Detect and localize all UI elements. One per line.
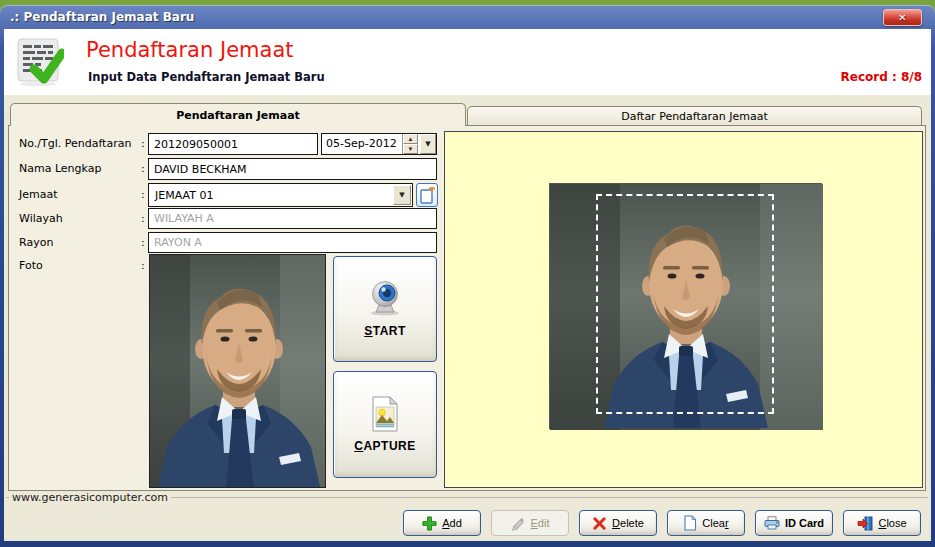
- colon: :: [141, 162, 145, 175]
- close-label: Close: [878, 517, 906, 529]
- clear-button[interactable]: Clear: [667, 510, 745, 536]
- start-label: START: [364, 324, 406, 338]
- registration-number-label: No./Tgl. Pendaftaran: [19, 137, 131, 150]
- delete-label: Delete: [612, 517, 644, 529]
- image-file-icon: [370, 396, 400, 432]
- edit-label: Edit: [531, 517, 550, 529]
- clear-label: Clear: [702, 517, 728, 529]
- member-photo: [149, 254, 326, 488]
- website-label: www.generasicomputer.com: [9, 491, 171, 504]
- jemaat-selected-value: JEMAAT 01: [149, 184, 392, 206]
- page-title: Pendaftaran Jemaat: [86, 38, 294, 62]
- red-x-icon: [592, 516, 607, 531]
- colon: :: [141, 212, 145, 225]
- add-label: Add: [442, 517, 462, 529]
- blank-page-icon: [683, 515, 697, 531]
- rayon-input: [148, 232, 437, 253]
- add-jemaat-button[interactable]: [416, 183, 438, 207]
- webcam-icon: [366, 280, 404, 316]
- tab-pendaftaran-jemaat[interactable]: Pendaftaran Jemaat: [10, 103, 466, 126]
- page-subtitle: Input Data Pendaftaran Jemaat Baru: [88, 70, 325, 84]
- wilayah-label: Wilayah: [19, 212, 63, 225]
- action-button-bar: Add Edit Delete: [403, 510, 921, 536]
- header: Pendaftaran Jemaat Input Data Pendaftara…: [4, 29, 931, 95]
- printer-icon: [764, 516, 780, 530]
- registration-number-input[interactable]: [148, 133, 318, 155]
- jemaat-label: Jemaat: [19, 188, 58, 201]
- tab-daftar-pendaftaran-jemaat[interactable]: Daftar Pendaftaran Jemaat: [467, 106, 922, 126]
- tab-label: Daftar Pendaftaran Jemaat: [621, 110, 768, 123]
- spinner-up-icon[interactable]: ▲: [403, 134, 418, 144]
- id-card-label: ID Card: [785, 517, 824, 529]
- wilayah-input: [148, 208, 437, 229]
- edit-button: Edit: [491, 510, 569, 536]
- close-window-button[interactable]: ✕: [883, 9, 922, 26]
- colon: :: [141, 137, 145, 150]
- date-spinner: ▲ ▼: [402, 134, 418, 154]
- photo-crop-selection[interactable]: [596, 194, 774, 414]
- delete-button[interactable]: Delete: [579, 510, 657, 536]
- close-button[interactable]: Close: [843, 510, 921, 536]
- registration-date-picker[interactable]: 05-Sep-2012 ▲ ▼ ▼: [321, 133, 437, 155]
- titlebar: .: Pendaftaran Jemaat Baru ✕: [0, 5, 935, 29]
- exit-door-icon: [857, 516, 873, 531]
- photo-preview-panel: [444, 131, 923, 488]
- window-title: .: Pendaftaran Jemaat Baru: [10, 10, 194, 24]
- colon: :: [141, 236, 145, 249]
- plus-icon: [422, 516, 437, 531]
- full-name-input[interactable]: [148, 158, 437, 180]
- preview-photo: [549, 183, 822, 429]
- full-name-label: Nama Lengkap: [19, 162, 101, 175]
- app-window: .: Pendaftaran Jemaat Baru ✕ Pendaftaran…: [0, 5, 935, 547]
- window-body: Pendaftaran Jemaat Input Data Pendaftara…: [4, 29, 931, 541]
- spinner-down-icon[interactable]: ▼: [403, 144, 418, 154]
- record-counter: Record : 8/8: [841, 70, 922, 84]
- colon: :: [141, 259, 145, 272]
- rayon-label: Rayon: [19, 236, 53, 249]
- start-webcam-button[interactable]: START: [333, 256, 437, 362]
- new-item-icon: [420, 187, 435, 204]
- pencil-icon: [511, 516, 526, 531]
- tab-label: Pendaftaran Jemaat: [176, 109, 300, 122]
- registration-date-value: 05-Sep-2012: [322, 134, 402, 154]
- photo-label: Foto: [19, 259, 43, 272]
- combo-dropdown-icon[interactable]: ▼: [393, 185, 411, 205]
- date-dropdown-icon[interactable]: ▼: [420, 134, 436, 154]
- colon: :: [141, 188, 145, 201]
- id-card-button[interactable]: ID Card: [755, 510, 833, 536]
- add-button[interactable]: Add: [403, 510, 481, 536]
- capture-label: CAPTURE: [354, 439, 416, 453]
- registration-form-icon: [16, 37, 64, 87]
- capture-photo-button[interactable]: CAPTURE: [333, 371, 437, 478]
- close-icon: ✕: [898, 12, 906, 23]
- jemaat-combobox[interactable]: JEMAAT 01 ▼: [148, 183, 413, 207]
- registration-tab-panel: No./Tgl. Pendaftaran : 05-Sep-2012 ▲ ▼ ▼…: [8, 125, 926, 491]
